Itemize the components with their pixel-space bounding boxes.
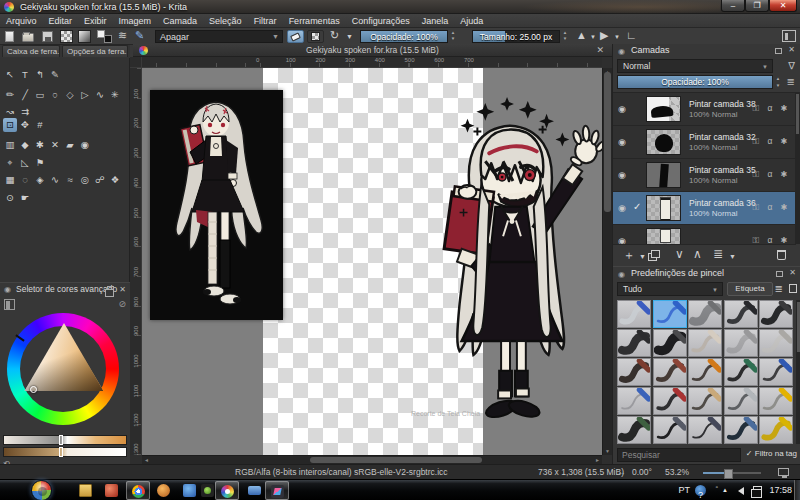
brush-preset-icon[interactable]: ✎ bbox=[135, 29, 144, 42]
chevron-down-icon[interactable]: ▼ bbox=[590, 31, 596, 44]
layer-visibility-icon[interactable]: ◉ bbox=[618, 236, 626, 244]
select-polygon-tool[interactable]: ◈ bbox=[33, 173, 47, 187]
brush-preset[interactable] bbox=[617, 329, 651, 357]
smart-patch-tool[interactable]: ✕ bbox=[48, 138, 62, 152]
layer-visibility-icon[interactable]: ◉ bbox=[618, 137, 626, 147]
taskbar-app-bluerect[interactable] bbox=[243, 481, 267, 500]
chevron-down-icon[interactable]: ▼ bbox=[729, 253, 736, 260]
menu-item[interactable]: Configurações bbox=[346, 14, 416, 28]
float-docker-icon[interactable] bbox=[107, 286, 114, 292]
brush-preset[interactable] bbox=[617, 416, 651, 444]
menu-item[interactable]: Camada bbox=[157, 14, 203, 28]
maximize-button[interactable]: ❐ bbox=[745, 0, 769, 12]
edit-shapes-tool[interactable]: ↰ bbox=[33, 68, 47, 82]
new-document-icon[interactable] bbox=[5, 31, 14, 42]
storage-icon[interactable] bbox=[789, 284, 797, 293]
brush-preset[interactable] bbox=[653, 416, 687, 444]
brush-preset[interactable] bbox=[653, 358, 687, 386]
slider-handle[interactable] bbox=[59, 435, 63, 445]
reference-image[interactable] bbox=[150, 90, 283, 320]
layer-thumbnail[interactable] bbox=[646, 228, 681, 244]
layer-row[interactable]: ◉ ✓ Pintar camada 35 100% Normal ⚿ α ✱ bbox=[613, 159, 796, 192]
layer-list-scrollbar[interactable] bbox=[795, 92, 800, 244]
move-tool[interactable]: ✥ bbox=[18, 118, 32, 132]
brush-preset[interactable] bbox=[759, 358, 793, 386]
menu-item[interactable]: Exibir bbox=[78, 14, 113, 28]
brush-search-input[interactable]: Pesquisar bbox=[617, 448, 741, 462]
freehand-path-tool[interactable]: ✳ bbox=[108, 88, 122, 102]
layer-row[interactable]: ◉ ✓ ⚿ α ✱ bbox=[613, 225, 796, 244]
close-docker-icon[interactable]: ✕ bbox=[119, 283, 126, 296]
docker-lock-icon[interactable]: ◉ bbox=[618, 270, 625, 279]
select-magic-tool[interactable]: ❖ bbox=[108, 173, 122, 187]
size-spinner[interactable]: ▲▼ bbox=[561, 30, 569, 43]
tray-window-icon[interactable]: ▫ bbox=[716, 477, 718, 498]
brush-preset[interactable] bbox=[688, 358, 722, 386]
select-freehand-tool[interactable]: ∿ bbox=[48, 173, 62, 187]
taskbar-krita[interactable] bbox=[215, 481, 239, 500]
blend-mode-select[interactable]: Normal ▼ bbox=[617, 59, 773, 73]
float-docker-icon[interactable] bbox=[775, 48, 782, 54]
layer-row[interactable]: ◉ ✓ Pintar camada 32 100% Normal ⚿ α ✱ bbox=[613, 126, 796, 159]
reload-preset-icon[interactable]: ↻ bbox=[330, 29, 339, 42]
assistant-tool[interactable]: ⌖ bbox=[3, 156, 17, 170]
show-desktop-button[interactable] bbox=[794, 480, 800, 500]
brush-filter-select[interactable]: Tudo ▼ bbox=[617, 282, 723, 296]
vertical-scroll-thumb[interactable] bbox=[604, 72, 611, 212]
mirror-horizontal-icon[interactable]: ▲ bbox=[576, 29, 587, 42]
layer-visibility-icon[interactable]: ◉ bbox=[618, 104, 626, 114]
document-close-icon[interactable]: ✕ bbox=[596, 44, 604, 57]
dock-tab[interactable]: Opções da ferra... bbox=[62, 45, 128, 57]
dock-tab[interactable]: Caixa de ferra... bbox=[2, 45, 60, 57]
opacity-slider[interactable]: Opacidade: 100% bbox=[360, 30, 448, 43]
brush-preset[interactable] bbox=[759, 387, 793, 415]
close-docker-icon[interactable]: ✕ bbox=[789, 268, 796, 277]
gradient-tool[interactable]: ▥ bbox=[3, 138, 17, 152]
layer-options-icon[interactable]: ≣ bbox=[787, 76, 795, 87]
polygon-tool[interactable]: ◇ bbox=[63, 88, 77, 102]
select-rectangle-tool[interactable]: ▦ bbox=[3, 173, 17, 187]
polyline-tool[interactable]: ▷ bbox=[78, 88, 92, 102]
zoom-tool[interactable]: ⊙ bbox=[3, 191, 17, 205]
view-mode-icon[interactable]: ≣ bbox=[775, 283, 783, 294]
layer-thumbnail[interactable] bbox=[646, 195, 681, 221]
menu-item[interactable]: Seleção bbox=[203, 14, 248, 28]
eraser-mode-button[interactable] bbox=[287, 30, 304, 43]
minimize-button[interactable]: – bbox=[721, 0, 745, 12]
pointer-tool[interactable]: ↖ bbox=[3, 68, 17, 82]
layer-lock-alpha-icons[interactable]: ⚿ α ✱ bbox=[753, 202, 790, 213]
brush-preset[interactable] bbox=[724, 358, 758, 386]
enclose-fill-tool[interactable]: ◉ bbox=[78, 138, 92, 152]
menu-item[interactable]: Ferramentas bbox=[283, 14, 346, 28]
brush-preset[interactable] bbox=[724, 416, 758, 444]
no-color-icon[interactable]: ⊘ bbox=[118, 299, 126, 309]
color-picker-tool[interactable]: ◆ bbox=[18, 138, 32, 152]
menu-item[interactable]: Ajuda bbox=[454, 14, 489, 28]
brush-preset[interactable] bbox=[653, 387, 687, 415]
rectangle-tool[interactable]: ▭ bbox=[33, 88, 47, 102]
menu-item[interactable]: Janela bbox=[416, 14, 455, 28]
bezier-curve-tool[interactable]: ∿ bbox=[93, 88, 107, 102]
select-magnetic-tool[interactable]: ◎ bbox=[78, 173, 92, 187]
layer-visibility-icon[interactable]: ◉ bbox=[618, 170, 626, 180]
float-docker-icon[interactable] bbox=[776, 271, 783, 277]
layer-lock-alpha-icons[interactable]: ⚿ α ✱ bbox=[753, 169, 790, 180]
add-layer-button[interactable]: ＋ bbox=[623, 247, 635, 264]
line-tool[interactable]: ╱ bbox=[18, 88, 32, 102]
brush-editor-icon[interactable]: ≋ bbox=[118, 29, 127, 42]
horizontal-scroll-thumb[interactable] bbox=[310, 457, 482, 463]
layer-lock-alpha-icons[interactable]: ⚿ α ✱ bbox=[753, 235, 790, 244]
preserve-alpha-button[interactable] bbox=[307, 30, 324, 43]
layer-thumbnail[interactable] bbox=[646, 96, 681, 122]
layer-lock-alpha-icons[interactable]: ⚿ α ✱ bbox=[753, 136, 790, 147]
language-indicator[interactable]: PT bbox=[678, 480, 690, 500]
canvas-document[interactable]: Recorte de Tela Cheia bbox=[263, 68, 483, 455]
fit-to-screen-icon[interactable] bbox=[778, 468, 789, 476]
canvas-viewport[interactable]: Recorte de Tela Cheia bbox=[142, 68, 602, 455]
taskbar-app-orange[interactable] bbox=[152, 481, 176, 500]
rotation-icon[interactable]: ↔ bbox=[617, 465, 626, 480]
close-docker-icon[interactable]: ✕ bbox=[788, 45, 795, 54]
freehand-brush-tool[interactable]: ✏ bbox=[3, 88, 17, 102]
vertical-scrollbar[interactable]: ▲ ▼ bbox=[602, 68, 612, 455]
horizontal-scrollbar[interactable]: ◄ ► bbox=[142, 455, 602, 464]
